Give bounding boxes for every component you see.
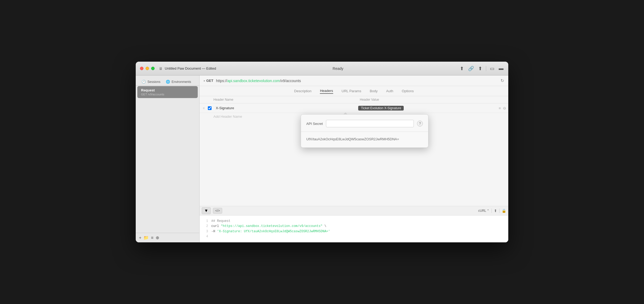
curl-format-label: cURL [478,209,486,213]
filter-button[interactable]: ⊕ [156,235,159,240]
table-row: ≡ X-Signature Ticket Evolution X-Signatu… [200,103,508,113]
tab-headers[interactable]: Headers [320,88,333,94]
main-container: 🕐 Sessions 🌐 Environments Request GET /v… [136,75,508,242]
method-arrow-icon: ▸ [204,79,205,82]
sidebar: 🕐 Sessions 🌐 Environments Request GET /v… [136,75,200,242]
method-label: GET [206,79,213,83]
request-panel: ▸ GET https://api.sandbox.ticketevolutio… [200,75,508,242]
line-num-4: 4 [204,234,208,239]
tab-description[interactable]: Description [294,88,311,94]
minimize-button[interactable] [146,67,149,70]
header-list-icon[interactable]: ≡ [499,106,501,110]
tab-options[interactable]: Options [402,88,414,94]
url-bar: ▸ GET https://api.sandbox.ticketevolutio… [200,75,508,86]
add-folder-button[interactable]: 📁 [143,235,149,240]
sessions-icon: 🕐 [142,80,146,84]
upload-icon[interactable]: ⬆ [459,65,464,72]
popup-help-button[interactable]: ? [417,121,423,126]
sessions-label: Sessions [147,80,160,84]
sidebar-footer: + 📁 ≡ ⊕ [136,233,199,242]
curl-right: cURL ⌃ ⬆ 🔒 [478,209,506,213]
code-view-button[interactable]: </> [213,208,222,214]
maximize-button[interactable] [151,67,155,70]
traffic-lights [140,67,155,70]
code-keyword-2: curl [211,224,221,228]
popup-suggestion[interactable]: UfX/tauA2xkOcHqsE8LwJdQW5caswZOSR2JwRMH5… [306,136,423,142]
popup: API Secret ? UfX/tauA2xkOcHqsE8LwJdQW5ca… [301,114,428,148]
col-header-value: Header Value [358,98,504,102]
separator [492,209,492,213]
code-comment-1: ## Request [211,219,230,224]
export-icon[interactable]: ⬆ [478,65,483,72]
drag-handle-icon[interactable]: ≡ [202,106,206,110]
header-actions: ≡ ⊖ [499,106,506,110]
sidebar-tab-environments[interactable]: 🌐 Environments [163,78,194,85]
titlebar-left: 🖥 Untitled Paw Document — Edited [136,66,237,71]
link-icon[interactable]: 🔗 [468,65,474,72]
code-keyword-3: -H [211,230,217,233]
add-request-button[interactable]: + [139,235,141,240]
url-scheme: https:// [216,79,227,83]
app-window: 🖥 Untitled Paw Document — Edited Ready ⬆… [136,62,508,242]
split-horizontal-icon[interactable]: ▭ [489,65,495,72]
code-section: ▼ </> cURL ⌃ ⬆ 🔒 [200,206,508,242]
popup-divider [301,132,428,132]
popup-api-secret-label: API Secret [306,122,323,126]
headers-section: Header Name Header Value ≡ X-Signature T… [200,96,508,206]
url-host: api.sandbox.ticketevolution.com [227,79,280,83]
code-line-4: 4 [204,234,504,239]
line-num-3: 3 [204,229,208,234]
code-line-2: 2 curl "https://api.sandbox.ticketevolut… [204,224,504,229]
close-button[interactable] [140,67,143,70]
sidebar-tabs: 🕐 Sessions 🌐 Environments [136,75,199,86]
sort-button[interactable]: ≡ [151,235,153,240]
code-text-3: -H 'X-Signature: UfX/tauA2xkOcHqsE8LwJdQ… [211,229,330,234]
line-num-2: 2 [204,224,208,229]
separator-2 [499,209,499,213]
code-line-1: 1 ## Request [204,219,504,224]
col-header-name: Header Name [213,98,358,102]
code-line-3: 3 -H 'X-Signature: UfX/tauA2xkOcHqsE8LwJ… [204,229,504,234]
titlebar-right: ⬆ 🔗 ⬆ ▭ ▬ [439,65,508,72]
code-text-2: curl "https://api.sandbox.ticketevolutio… [211,224,326,229]
titlebar-center: Ready [237,66,439,71]
curl-chevron-icon: ⌃ [487,209,489,213]
lock-icon[interactable]: 🔒 [502,209,506,213]
environments-label: Environments [172,80,191,84]
window-title: Untitled Paw Document — Edited [165,66,216,70]
code-string-3: 'X-Signature: UfX/tauA2xkOcHqsE8LwJdQW5c… [217,230,330,233]
tab-url-params[interactable]: URL Params [342,88,361,94]
format-dropdown[interactable]: ▼ [202,207,211,214]
header-name-cell[interactable]: X-Signature [214,106,356,110]
sidebar-item-request-subtitle: GET /v9/accounts [141,93,194,96]
code-content: 1 ## Request 2 curl "https://api.sandbox… [200,216,508,242]
header-delete-icon[interactable]: ⊖ [503,106,506,110]
sidebar-item-request-name: Request [141,88,194,92]
sidebar-tab-sessions[interactable]: 🕐 Sessions [139,78,163,85]
url-input[interactable]: https://api.sandbox.ticketevolution.com/… [216,79,498,83]
curl-label[interactable]: cURL ⌃ [478,209,489,213]
header-value-badge[interactable]: Ticket Evolution X-Signature [358,106,404,111]
environments-icon: 🌐 [166,80,170,84]
popup-container: API Secret ? UfX/tauA2xkOcHqsE8LwJdQW5ca… [301,112,428,148]
method-selector[interactable]: ▸ GET [204,79,213,83]
header-enabled-checkbox[interactable] [208,106,212,110]
code-bottom-bar: ▼ </> cURL ⌃ ⬆ 🔒 [200,206,508,216]
header-value-cell: Ticket Evolution X-Signature [356,105,498,111]
split-vertical-icon[interactable]: ▬ [498,65,504,72]
titlebar-separator [486,66,486,71]
tab-body[interactable]: Body [370,88,378,94]
popup-api-secret-input[interactable] [326,120,414,127]
code-backslash-2: \ [323,224,326,228]
tab-auth[interactable]: Auth [386,88,393,94]
code-string-2: "https://api.sandbox.ticketevolution.com… [221,224,323,228]
status-text: Ready [333,66,343,71]
titlebar: 🖥 Untitled Paw Document — Edited Ready ⬆… [136,62,508,75]
sidebar-group-request: Request GET /v9/accounts [136,86,199,98]
headers-column-row: Header Name Header Value [200,96,508,103]
popup-caret [343,112,348,115]
share-icon[interactable]: ⬆ [494,209,497,213]
sidebar-item-request[interactable]: Request GET /v9/accounts [137,86,198,98]
refresh-button[interactable]: ↻ [501,78,504,83]
request-tabs: Description Headers URL Params Body Auth… [200,86,508,96]
